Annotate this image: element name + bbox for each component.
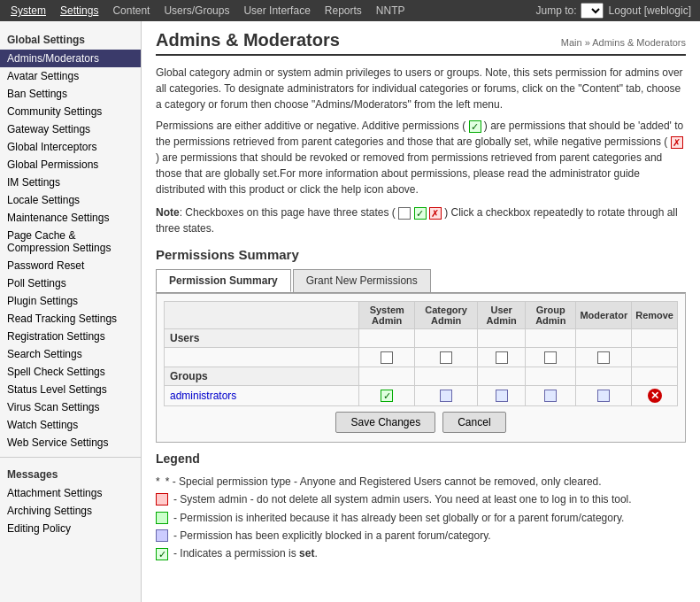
sidebar-item-virus-scan-settings[interactable]: Virus Scan Settings — [0, 398, 141, 416]
description-2: Permissions are either additive or negat… — [156, 118, 686, 197]
group-system-admin-checkbox[interactable]: ✓ — [381, 390, 393, 402]
legend-red-box — [156, 493, 168, 506]
legend-checked-icon: ✓ — [156, 548, 168, 560]
legend-asterisk: * — [156, 473, 160, 490]
group-user-admin-checkbox[interactable] — [496, 390, 508, 402]
user-category-admin-checkbox[interactable] — [440, 351, 452, 364]
breadcrumb-current: Admins & Moderators — [592, 37, 686, 48]
group-moderator-checkbox[interactable] — [597, 390, 610, 402]
legend-checked-text: - Indicates a permission is set. — [173, 544, 318, 562]
nav-settings[interactable]: Settings — [53, 0, 105, 21]
users-empty-row — [165, 348, 678, 367]
state3-checkbox: ✗ — [429, 207, 442, 220]
sidebar-item-maintenance-settings[interactable]: Maintenance Settings — [0, 209, 141, 227]
tabs-container: Permission Summary Grant New Permissions — [156, 269, 686, 293]
legend-green-box — [156, 512, 168, 524]
sidebar-item-community-settings[interactable]: Community Settings — [0, 103, 141, 120]
group-category-admin-checkbox[interactable] — [440, 390, 452, 402]
sidebar: Global Settings Admins/Moderators Avatar… — [0, 21, 142, 602]
tab-permission-summary[interactable]: Permission Summary — [156, 269, 291, 292]
jump-to-label: Jump to: — [536, 4, 577, 17]
description-1: Global category admin or system admin pr… — [156, 65, 686, 197]
breadcrumb: Main » Admins & Moderators — [561, 37, 686, 48]
sidebar-item-gateway-settings[interactable]: Gateway Settings — [0, 120, 141, 138]
sidebar-item-registration-settings[interactable]: Registration Settings — [0, 328, 141, 345]
legend-red-text: - System admin - do not delete all syste… — [173, 490, 632, 508]
state2-checkbox: ✓ — [414, 207, 427, 220]
legend-blue-box — [156, 529, 168, 542]
sidebar-item-archiving-settings[interactable]: Archiving Settings — [0, 502, 141, 520]
legend-item-red: - System admin - do not delete all syste… — [156, 490, 686, 508]
sidebar-item-status-level-settings[interactable]: Status Level Settings — [0, 381, 141, 398]
nav-reports[interactable]: Reports — [318, 0, 369, 21]
sidebar-item-web-service-settings[interactable]: Web Service Settings — [0, 434, 141, 452]
permissions-table: System Admin Category Admin User Admin G… — [164, 301, 678, 406]
state1-checkbox — [398, 207, 411, 220]
group-remove-button[interactable]: ✕ — [648, 389, 662, 403]
col-header-system-admin: System Admin — [359, 302, 415, 329]
nav-users-groups[interactable]: Users/Groups — [157, 0, 236, 21]
save-changes-button[interactable]: Save Changes — [335, 412, 435, 433]
permissions-table-wrapper: System Admin Category Admin User Admin G… — [156, 293, 686, 443]
sidebar-item-attachment-settings[interactable]: Attachment Settings — [0, 484, 141, 502]
user-user-admin-checkbox[interactable] — [496, 351, 508, 364]
group-group-admin-checkbox[interactable] — [544, 390, 557, 402]
col-header-remove: Remove — [632, 302, 678, 329]
legend-special-text: * - Special permission type - Anyone and… — [165, 473, 602, 490]
col-header-group-admin: Group Admin — [526, 302, 576, 329]
nav-content[interactable]: Content — [105, 0, 157, 21]
sidebar-item-editing-policy[interactable]: Editing Policy — [0, 520, 141, 537]
legend-list: * * - Special permission type - Anyone a… — [156, 473, 686, 563]
logout-button[interactable]: Logout [weblogic] — [604, 4, 696, 17]
sidebar-item-locale-settings[interactable]: Locale Settings — [0, 191, 141, 209]
legend-title: Legend — [156, 452, 686, 466]
user-moderator-checkbox[interactable] — [597, 351, 610, 364]
sidebar-item-poll-settings[interactable]: Poll Settings — [0, 274, 141, 292]
sidebar-item-spell-check-settings[interactable]: Spell Check Settings — [0, 363, 141, 381]
group-name-link[interactable]: administrators — [170, 390, 236, 402]
sidebar-item-watch-settings[interactable]: Watch Settings — [0, 416, 141, 434]
tab-grant-new-permissions[interactable]: Grant New Permissions — [293, 269, 431, 292]
groups-label: Groups — [165, 367, 359, 385]
sidebar-item-global-permissions[interactable]: Global Permissions — [0, 156, 141, 174]
sidebar-item-password-reset[interactable]: Password Reset — [0, 257, 141, 274]
legend-item-blue: - Permission has been explicitly blocked… — [156, 527, 686, 544]
button-row: Save Changes Cancel — [164, 406, 678, 435]
jump-to-container: Jump to: — [536, 3, 604, 19]
page-title: Admins & Moderators — [156, 30, 340, 50]
sidebar-item-ban-settings[interactable]: Ban Settings — [0, 85, 141, 103]
sidebar-item-page-cache[interactable]: Page Cache & Compression Settings — [0, 227, 141, 257]
sidebar-messages-title: Messages — [0, 463, 141, 484]
sidebar-item-search-settings[interactable]: Search Settings — [0, 345, 141, 363]
breadcrumb-main[interactable]: Main — [561, 37, 582, 48]
sidebar-global-settings-title: Global Settings — [0, 28, 141, 50]
user-name-cell — [165, 348, 359, 367]
negative-checkbox-icon: ✗ — [671, 136, 683, 149]
legend-green-text: - Permission is inherited because it has… — [173, 509, 624, 527]
legend-blue-text: - Permission has been explicitly blocked… — [173, 527, 491, 544]
sidebar-item-plugin-settings[interactable]: Plugin Settings — [0, 292, 141, 310]
nav-system[interactable]: System — [4, 0, 53, 21]
top-navigation: System Settings Content Users/Groups Use… — [0, 0, 700, 21]
legend-item-special: * * - Special permission type - Anyone a… — [156, 473, 686, 490]
users-section-header: Users — [165, 329, 678, 348]
sidebar-item-admins-moderators[interactable]: Admins/Moderators — [0, 50, 141, 67]
sidebar-item-read-tracking-settings[interactable]: Read Tracking Settings — [0, 310, 141, 328]
legend-item-green: - Permission is inherited because it has… — [156, 509, 686, 527]
cancel-button[interactable]: Cancel — [442, 412, 505, 433]
jump-to-select[interactable] — [581, 3, 604, 19]
user-group-admin-checkbox[interactable] — [544, 351, 557, 364]
note-text: Note: Checkboxes on this page have three… — [156, 205, 686, 236]
nav-user-interface[interactable]: User Interface — [236, 0, 317, 21]
permissions-summary-title: Permissions Summary — [156, 247, 686, 262]
user-system-admin-checkbox[interactable] — [381, 351, 393, 364]
groups-section-header: Groups — [165, 367, 678, 385]
users-label: Users — [165, 329, 359, 348]
page-header: Admins & Moderators Main » Admins & Mode… — [156, 30, 686, 56]
table-row: administrators ✓ ✕ — [165, 385, 678, 405]
sidebar-item-avatar-settings[interactable]: Avatar Settings — [0, 67, 141, 85]
main-content: Admins & Moderators Main » Admins & Mode… — [142, 21, 700, 602]
sidebar-item-global-interceptors[interactable]: Global Interceptors — [0, 138, 141, 156]
sidebar-item-im-settings[interactable]: IM Settings — [0, 174, 141, 191]
nav-nntp[interactable]: NNTP — [369, 0, 412, 21]
